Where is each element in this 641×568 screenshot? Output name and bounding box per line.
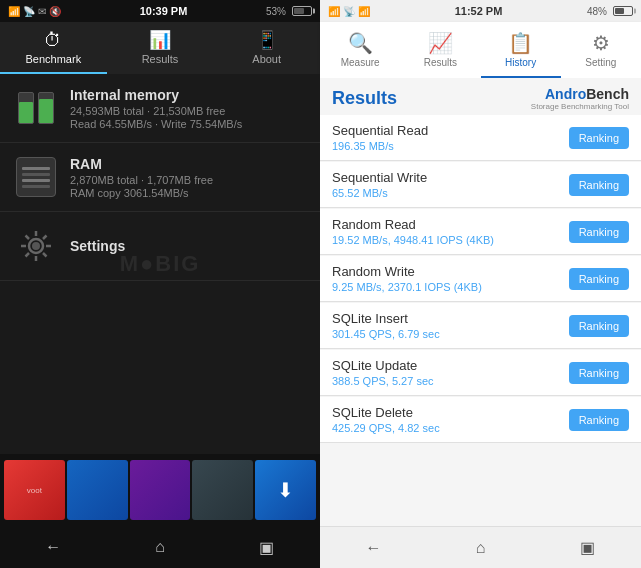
sequential-read-name: Sequential Read <box>332 123 428 138</box>
result-sequential-write: Sequential Write 65.52 MB/s Ranking <box>320 162 641 208</box>
right-recent-button[interactable]: ▣ <box>570 530 606 566</box>
tab-measure[interactable]: 🔍 Measure <box>320 22 400 78</box>
measure-tab-icon: 🔍 <box>348 31 373 55</box>
thumb-2[interactable] <box>67 460 128 520</box>
sqlite-insert-value: 301.45 QPS, 6.79 sec <box>332 328 440 340</box>
left-tabs: ⏱ Benchmark 📊 Results 📱 About <box>0 22 320 74</box>
svg-line-7 <box>43 236 47 240</box>
setting-tab-icon: ⚙ <box>592 31 610 55</box>
sqlite-insert-ranking-button[interactable]: Ranking <box>569 315 629 337</box>
sequential-read-ranking-button[interactable]: Ranking <box>569 127 629 149</box>
result-sqlite-update: SQLite Update 388.5 QPS, 5.27 sec Rankin… <box>320 350 641 396</box>
history-tab-icon: 📋 <box>508 31 533 55</box>
random-write-value: 9.25 MB/s, 2370.1 IOPS (4KB) <box>332 281 482 293</box>
measure-tab-label: Measure <box>341 57 380 68</box>
androbench-andro: Andro <box>545 86 586 102</box>
sqlite-delete-ranking-button[interactable]: Ranking <box>569 409 629 431</box>
result-sequential-read-info: Sequential Read 196.35 MB/s <box>332 123 428 152</box>
random-read-ranking-button[interactable]: Ranking <box>569 221 629 243</box>
left-nav-bar: ← ⌂ ▣ <box>0 526 320 568</box>
ram-sub1: 2,870MB total · 1,707MB free <box>70 174 213 186</box>
svg-line-5 <box>26 236 30 240</box>
results-list: Sequential Read 196.35 MB/s Ranking Sequ… <box>320 115 641 526</box>
androbench-name: AndroBench <box>545 86 629 102</box>
results-title: Results <box>332 88 397 109</box>
androbench-brand: AndroBench Storage Benchmarking Tool <box>531 86 629 111</box>
right-panel: 📶 📡 📶 11:52 PM 48% 🔍 Measure 📈 Results 📋… <box>320 0 641 568</box>
settings-icon <box>14 224 58 268</box>
right-home-button[interactable]: ⌂ <box>463 530 499 566</box>
ram-item[interactable]: RAM 2,870MB total · 1,707MB free RAM cop… <box>0 143 320 212</box>
result-sequential-write-info: Sequential Write 65.52 MB/s <box>332 170 427 199</box>
tab-about[interactable]: 📱 About <box>213 22 320 74</box>
results-tab-label-right: Results <box>424 57 457 68</box>
tab-setting[interactable]: ⚙ Setting <box>561 22 641 78</box>
sqlite-insert-name: SQLite Insert <box>332 311 440 326</box>
androbench-sub: Storage Benchmarking Tool <box>531 102 629 111</box>
random-write-ranking-button[interactable]: Ranking <box>569 268 629 290</box>
results-tab-icon-left: 📊 <box>149 29 171 51</box>
history-tab-label: History <box>505 57 536 68</box>
result-random-write: Random Write 9.25 MB/s, 2370.1 IOPS (4KB… <box>320 256 641 302</box>
right-battery-icon <box>613 6 633 16</box>
sequential-read-value: 196.35 MB/s <box>332 140 428 152</box>
random-read-value: 19.52 MB/s, 4948.41 IOPS (4KB) <box>332 234 494 246</box>
left-battery-percent: 53% <box>266 6 286 17</box>
thumb-3[interactable] <box>130 460 191 520</box>
thumb-1[interactable]: voot <box>4 460 65 520</box>
about-tab-icon: 📱 <box>256 29 278 51</box>
status-bar-right: 📶 📡 📶 11:52 PM 48% <box>320 0 641 22</box>
left-recent-button[interactable]: ▣ <box>249 529 285 565</box>
ram-sub2: RAM copy 3061.54MB/s <box>70 187 213 199</box>
random-read-name: Random Read <box>332 217 494 232</box>
right-battery-percent: 48% <box>587 6 607 17</box>
tab-results-right[interactable]: 📈 Results <box>400 22 480 78</box>
internal-memory-item[interactable]: Internal memory 24,593MB total · 21,530M… <box>0 74 320 143</box>
internal-memory-text: Internal memory 24,593MB total · 21,530M… <box>70 87 242 130</box>
left-status-icons: 📶 📡 ✉ 🔇 <box>8 6 61 17</box>
left-panel: 📶 📡 ✉ 🔇 10:39 PM 53% ⏱ Benchmark 📊 Resul… <box>0 0 320 568</box>
result-random-read-info: Random Read 19.52 MB/s, 4948.41 IOPS (4K… <box>332 217 494 246</box>
ram-icon <box>14 155 58 199</box>
right-tabs: 🔍 Measure 📈 Results 📋 History ⚙ Setting <box>320 22 641 78</box>
internal-memory-title: Internal memory <box>70 87 242 103</box>
result-sqlite-delete: SQLite Delete 425.29 QPS, 4.82 sec Ranki… <box>320 397 641 443</box>
about-tab-label: About <box>252 53 281 65</box>
left-battery-icon <box>292 6 312 16</box>
bottom-thumbnails: voot ⬇ <box>0 454 320 526</box>
settings-item[interactable]: Settings <box>0 212 320 281</box>
left-time: 10:39 PM <box>140 5 188 17</box>
right-time: 11:52 PM <box>455 5 503 17</box>
settings-title: Settings <box>70 238 125 254</box>
sequential-write-value: 65.52 MB/s <box>332 187 427 199</box>
result-random-write-info: Random Write 9.25 MB/s, 2370.1 IOPS (4KB… <box>332 264 482 293</box>
benchmark-tab-label: Benchmark <box>26 53 82 65</box>
results-tab-icon-right: 📈 <box>428 31 453 55</box>
sqlite-update-ranking-button[interactable]: Ranking <box>569 362 629 384</box>
result-sequential-read: Sequential Read 196.35 MB/s Ranking <box>320 115 641 161</box>
result-sqlite-insert: SQLite Insert 301.45 QPS, 6.79 sec Ranki… <box>320 303 641 349</box>
left-home-button[interactable]: ⌂ <box>142 529 178 565</box>
svg-point-9 <box>32 242 40 250</box>
right-back-button[interactable]: ← <box>356 530 392 566</box>
tab-history[interactable]: 📋 History <box>481 22 561 78</box>
results-header: Results AndroBench Storage Benchmarking … <box>320 78 641 115</box>
result-sqlite-insert-info: SQLite Insert 301.45 QPS, 6.79 sec <box>332 311 440 340</box>
left-battery-area: 53% <box>266 6 312 17</box>
sequential-write-ranking-button[interactable]: Ranking <box>569 174 629 196</box>
sqlite-delete-value: 425.29 QPS, 4.82 sec <box>332 422 440 434</box>
thumb-4[interactable] <box>192 460 253 520</box>
svg-line-8 <box>26 253 30 257</box>
right-battery-area: 48% <box>587 6 633 17</box>
tab-results-left[interactable]: 📊 Results <box>107 22 214 74</box>
results-tab-label-left: Results <box>142 53 179 65</box>
thumb-5[interactable]: ⬇ <box>255 460 316 520</box>
tab-benchmark[interactable]: ⏱ Benchmark <box>0 22 107 74</box>
ram-text: RAM 2,870MB total · 1,707MB free RAM cop… <box>70 156 213 199</box>
result-sqlite-delete-info: SQLite Delete 425.29 QPS, 4.82 sec <box>332 405 440 434</box>
sqlite-update-name: SQLite Update <box>332 358 434 373</box>
setting-tab-label: Setting <box>585 57 616 68</box>
left-back-button[interactable]: ← <box>35 529 71 565</box>
settings-text: Settings <box>70 238 125 254</box>
svg-line-6 <box>43 253 47 257</box>
